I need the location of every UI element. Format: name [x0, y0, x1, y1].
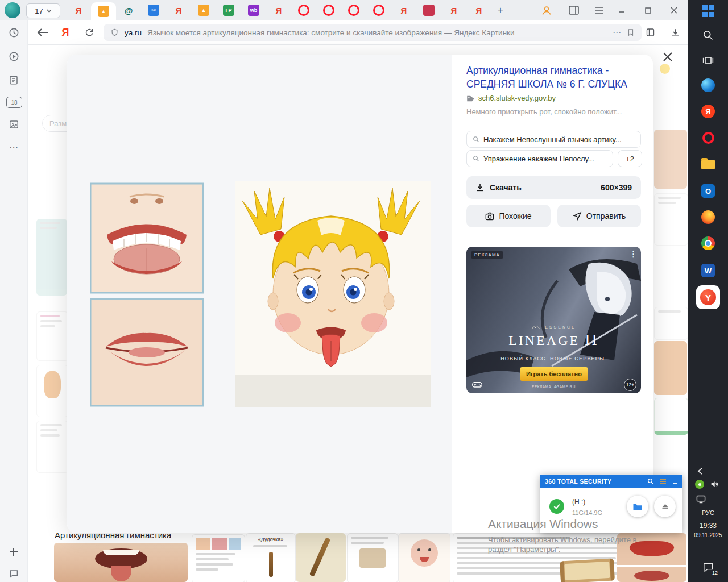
history-button[interactable] — [7, 26, 20, 39]
word-app-icon[interactable]: W — [701, 264, 715, 277]
video-button[interactable] — [7, 50, 20, 63]
display-tray-icon[interactable] — [695, 493, 706, 505]
search-icon[interactable] — [647, 478, 654, 485]
result-thumbnail[interactable]: «Дудочка» — [246, 533, 296, 582]
browser-tab[interactable]: @ — [116, 0, 141, 20]
related-query-chip[interactable]: Накажем Непослушный язычок артику... — [466, 131, 641, 148]
result-thumbnail[interactable] — [36, 365, 68, 417]
result-thumbnail[interactable] — [398, 533, 450, 582]
yandex-app-icon[interactable]: Я — [701, 105, 715, 118]
result-thumbnail[interactable] — [296, 533, 346, 582]
opera-app-icon[interactable] — [701, 131, 715, 144]
viewed-image[interactable] — [90, 181, 431, 407]
flute-shape — [309, 537, 331, 576]
browser-tab[interactable] — [291, 0, 316, 20]
bookmark-flag-icon[interactable] — [627, 28, 635, 37]
ad-cta-button[interactable]: Играть бесплатно — [520, 367, 588, 381]
screenshots-button[interactable] — [7, 118, 20, 131]
result-thumbnail[interactable] — [654, 398, 688, 435]
browser-tab[interactable] — [416, 0, 441, 20]
eject-drive-button[interactable] — [654, 496, 676, 517]
menu-icon[interactable] — [660, 479, 667, 484]
task-view-button[interactable] — [702, 55, 714, 66]
more-queries-chip[interactable]: +2 — [618, 150, 642, 167]
edge-app-icon[interactable] — [701, 78, 715, 92]
related-query-chip[interactable]: Упражнение накажем Непослу... — [466, 150, 613, 167]
firefox-app-icon[interactable] — [701, 210, 715, 224]
downloads-count-badge[interactable]: 18 — [6, 97, 22, 108]
similar-images-button[interactable]: Похожие — [466, 205, 551, 227]
browser-tab[interactable]: Я — [66, 0, 91, 20]
address-more-icon[interactable]: ⋯ — [613, 27, 621, 38]
browser-tab[interactable] — [341, 0, 366, 20]
hamburger-icon — [594, 7, 603, 14]
start-button[interactable] — [702, 5, 714, 17]
browser-tab[interactable]: Я — [166, 0, 191, 20]
new-tab-button[interactable]: + — [494, 3, 507, 17]
volume-tray-icon[interactable] — [709, 479, 720, 490]
result-thumbnail[interactable] — [654, 130, 687, 189]
share-button[interactable]: Отправить — [557, 205, 641, 227]
browser-tab[interactable]: Я — [266, 0, 291, 20]
popup-header[interactable]: 360 TOTAL SECURITY — [540, 475, 682, 488]
reload-button[interactable] — [82, 26, 97, 39]
tray-expand-button[interactable] — [695, 466, 705, 476]
result-thumbnail[interactable] — [36, 311, 68, 361]
browser-tab[interactable]: ГР — [216, 0, 241, 20]
result-thumbnail[interactable] — [347, 533, 398, 582]
browser-tab[interactable]: Я — [441, 0, 466, 20]
downloads-button[interactable] — [668, 26, 682, 39]
window-close-button[interactable] — [667, 3, 681, 17]
minimize-icon[interactable] — [672, 479, 678, 484]
browser-tab[interactable]: Я — [391, 0, 416, 20]
language-indicator[interactable]: РУС — [688, 509, 728, 516]
download-button[interactable]: Скачать 600×399 — [466, 176, 641, 199]
notification-center-button[interactable]: 12 — [700, 560, 717, 574]
address-bar[interactable]: ya.ru Язычок моется артикуляционная гимн… — [104, 24, 642, 41]
browser-tab[interactable] — [316, 0, 341, 20]
browser-user-icon[interactable] — [539, 3, 554, 17]
browser-menu-button[interactable] — [592, 3, 606, 17]
yandex-home-button[interactable]: Я — [58, 26, 73, 39]
ad-menu-icon[interactable]: ⋮ — [629, 249, 638, 259]
window-maximize-button[interactable] — [640, 3, 655, 17]
viewer-close-button[interactable] — [660, 49, 676, 65]
viewer-source-link[interactable]: sch6.slutsk-vedy.gov.by — [466, 94, 556, 102]
result-thumbnail[interactable] — [36, 421, 68, 473]
browser-tab[interactable] — [366, 0, 391, 20]
result-thumbnail[interactable] — [654, 307, 688, 340]
explorer-app-icon[interactable] — [701, 158, 715, 171]
browser-profile-avatar[interactable] — [5, 2, 20, 18]
zoom-in-button[interactable] — [7, 546, 20, 558]
result-thumbnail[interactable] — [192, 534, 245, 582]
collections-button[interactable] — [643, 26, 657, 39]
window-minimize-button[interactable] — [614, 3, 629, 17]
browser-tab[interactable]: Я — [466, 0, 491, 20]
clock-time[interactable]: 19:33 — [688, 522, 728, 530]
sidebar-more-button[interactable]: ⋯ — [7, 141, 20, 153]
browser-tab[interactable]: ▲ — [191, 0, 216, 20]
tab-counter[interactable]: 17 — [26, 3, 60, 18]
result-thumbnail[interactable] — [560, 559, 615, 582]
taskbar-search-button[interactable] — [702, 30, 714, 41]
side-panel-toggle[interactable] — [566, 3, 581, 17]
chrome-app-icon[interactable] — [701, 236, 715, 250]
news-button[interactable] — [7, 74, 20, 86]
clock-date[interactable]: 09.11.2025 — [688, 532, 728, 538]
tongue-shape — [111, 566, 131, 581]
outlook-app-icon[interactable]: O — [701, 184, 715, 198]
feedback-button[interactable] — [7, 567, 20, 580]
result-thumbnail[interactable] — [36, 219, 67, 296]
yandex-browser-app-icon[interactable]: Y — [696, 285, 720, 309]
back-button[interactable] — [35, 26, 50, 39]
security-tray-icon[interactable] — [695, 480, 704, 489]
browser-tab[interactable]: wb — [241, 0, 266, 20]
browser-tab[interactable]: ✉ — [141, 0, 166, 20]
result-thumbnail[interactable] — [654, 341, 687, 395]
browser-tab[interactable]: ▲ — [91, 2, 116, 20]
result-thumbnail[interactable] — [654, 193, 688, 246]
open-drive-button[interactable] — [627, 496, 648, 517]
viewer-title-link[interactable]: Артикуляционная гимнастика - СРЕДНЯЯ ШКО… — [466, 64, 638, 91]
ad-banner[interactable]: РЕКЛАМА ⋮ ESSENCE LINEAGE II НОВЫЙ КЛАСС… — [466, 247, 641, 393]
result-thumbnail[interactable] — [54, 543, 188, 582]
